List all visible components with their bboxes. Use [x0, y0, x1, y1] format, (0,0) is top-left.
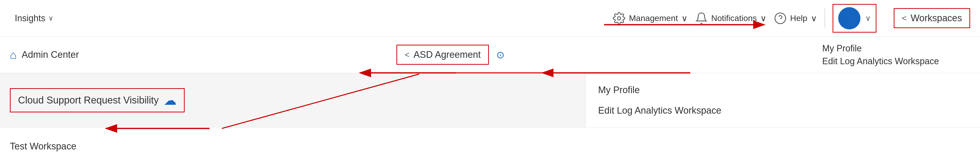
view-icon: ⊙ — [496, 49, 505, 61]
asd-chevron-left: < — [404, 50, 409, 59]
my-profile-item[interactable]: My Profile — [822, 43, 970, 54]
home-icon[interactable]: ⌂ — [10, 48, 17, 61]
insights-label: Insights — [15, 13, 45, 24]
edit-log-menu-item[interactable]: Edit Log Analytics Workspace — [598, 103, 968, 118]
edit-log-item[interactable]: Edit Log Analytics Workspace — [822, 56, 970, 66]
third-row: Cloud Support Request Visibility ☁ My Pr… — [0, 73, 980, 127]
workspaces-label: Workspaces — [911, 13, 962, 24]
fourth-row: Test Workspace — [0, 127, 980, 165]
nav-separator — [824, 8, 825, 28]
asd-agreement-label: ASD Agreement — [414, 50, 480, 60]
management-chevron: ∨ — [681, 13, 687, 23]
help-chevron: ∨ — [811, 13, 817, 23]
workspaces-button[interactable]: < Workspaces — [894, 8, 970, 28]
insights-chevron: ∨ — [48, 14, 54, 22]
top-nav-left: Insights ∨ — [10, 11, 59, 26]
help-label: Help — [790, 13, 807, 23]
cloud-support-label: Cloud Support Request Visibility — [18, 95, 159, 106]
second-row-left: ⌂ Admin Center — [10, 48, 79, 61]
user-avatar — [838, 7, 861, 29]
third-row-right: My Profile Edit Log Analytics Workspace — [585, 73, 980, 127]
svg-point-1 — [775, 13, 786, 24]
third-row-left: Cloud Support Request Visibility ☁ — [0, 73, 585, 127]
notifications-label: Notifications — [711, 13, 757, 23]
my-profile-menu-item[interactable]: My Profile — [598, 82, 968, 98]
notifications-chevron: ∨ — [760, 13, 767, 23]
test-workspace-label: Test Workspace — [10, 141, 76, 151]
admin-center-label: Admin Center — [22, 50, 79, 60]
cloud-support-button[interactable]: Cloud Support Request Visibility ☁ — [10, 88, 185, 112]
svg-point-0 — [617, 16, 621, 20]
asd-agreement-button[interactable]: < ASD Agreement — [396, 45, 488, 65]
workspace-dropdown-items: My Profile Edit Log Analytics Workspace — [822, 43, 970, 66]
notification-bell-icon — [695, 12, 708, 25]
notifications-nav[interactable]: Notifications ∨ — [695, 12, 767, 25]
help-nav[interactable]: Help ∨ — [774, 12, 817, 25]
help-icon — [774, 12, 787, 25]
second-row-right: My Profile Edit Log Analytics Workspace — [822, 43, 970, 66]
cloud-icon: ☁ — [164, 93, 177, 108]
second-row-center: < ASD Agreement ⊙ — [396, 45, 504, 65]
fourth-row-left: Test Workspace — [10, 141, 970, 152]
second-row: ⌂ Admin Center < ASD Agreement ⊙ My Prof… — [0, 37, 980, 73]
user-menu[interactable]: ∨ — [832, 4, 877, 33]
management-nav[interactable]: Management ∨ — [612, 12, 687, 25]
management-icon — [612, 12, 625, 25]
insights-nav[interactable]: Insights ∨ — [10, 11, 59, 26]
top-navigation: Insights ∨ Management ∨ Notifications ∨ — [0, 0, 980, 37]
workspaces-chevron-left: < — [902, 13, 907, 23]
management-label: Management — [629, 13, 678, 23]
user-chevron: ∨ — [865, 14, 871, 22]
top-nav-right: Management ∨ Notifications ∨ Help ∨ — [612, 4, 970, 33]
